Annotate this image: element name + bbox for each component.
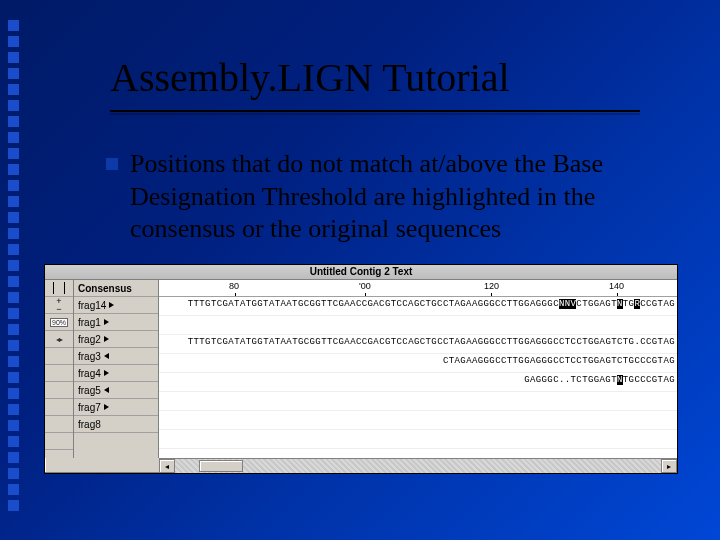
scroll-thumb[interactable]: [199, 460, 243, 472]
direction-right-icon: [104, 336, 109, 342]
ruler-tick-120: 120: [484, 281, 499, 291]
seq-frag2[interactable]: CTAGAAGGGCCTTGGAGGGCCTCCTGGAGTCTGCCCGTAG: [159, 354, 677, 373]
title-underline: [110, 110, 640, 112]
seq-frag7[interactable]: [159, 430, 677, 449]
direction-left-icon: [104, 353, 109, 359]
track-name-frag4[interactable]: frag4: [74, 365, 158, 382]
seq-frag4[interactable]: [159, 392, 677, 411]
track-name-frag8[interactable]: frag8: [74, 416, 158, 433]
seq-frag5[interactable]: [159, 411, 677, 430]
slide-title: Assembly.LIGN Tutorial: [110, 54, 510, 101]
track-name-frag1[interactable]: frag1: [74, 314, 158, 331]
ruler-tick-80: 80: [229, 281, 239, 291]
window-body: +− 90% ◂▸ Consensus frag14 frag1 frag2 f…: [45, 280, 677, 458]
slide: Assembly.LIGN Tutorial Positions that do…: [0, 0, 720, 540]
track-name-frag3[interactable]: frag3: [74, 348, 158, 365]
track-name-frag5[interactable]: frag5: [74, 382, 158, 399]
scroll-track[interactable]: [175, 459, 661, 473]
seq-consensus[interactable]: TTTGTCGATATGGTATAATGCGGTTCGAACCGACGTCCAG…: [159, 297, 677, 316]
track-name-frag2[interactable]: frag2: [74, 331, 158, 348]
track-name-frag7[interactable]: frag7: [74, 399, 158, 416]
zoom-tool-icon[interactable]: +−: [45, 297, 73, 314]
direction-right-icon: [109, 302, 114, 308]
cursor-tool-icon[interactable]: [45, 280, 73, 297]
ruler-tick-100: '00: [359, 281, 371, 291]
track-name-consensus[interactable]: Consensus: [74, 280, 158, 297]
seq-frag1[interactable]: TTTGTCGATATGGTATAATGCGGTTCGAACCGACGTCCAG…: [159, 335, 677, 354]
bullet-square-icon: [106, 158, 118, 170]
track-name-frag14[interactable]: frag14: [74, 297, 158, 314]
tool-column: +− 90% ◂▸: [45, 280, 74, 458]
scroll-right-button[interactable]: ▸: [661, 459, 677, 473]
sequence-area[interactable]: 80 '00 120 140 TTTGTCGATATGGTATAATGCGGTT…: [159, 280, 677, 458]
bullet-text: Positions that do not match at/above the…: [130, 149, 603, 243]
nav-arrows-icon[interactable]: ◂▸: [45, 331, 73, 348]
direction-left-icon: [104, 387, 109, 393]
seq-frag14[interactable]: [159, 316, 677, 335]
seq-frag3[interactable]: GAGGGC..TCTGGAGTNTGCCCGTAG: [159, 373, 677, 392]
contig-window: Untitled Contig 2 Text +− 90% ◂▸ Consens…: [44, 264, 678, 474]
scroll-left-button[interactable]: ◂: [159, 459, 175, 473]
seq-frag8[interactable]: [159, 449, 677, 458]
bullet-text-block: Positions that do not match at/above the…: [130, 148, 670, 246]
direction-right-icon: [104, 319, 109, 325]
track-names-column: Consensus frag14 frag1 frag2 frag3 frag4…: [74, 280, 159, 458]
decorative-side-squares: [8, 20, 20, 516]
mismatch-highlight: NNV: [559, 299, 576, 309]
window-titlebar: Untitled Contig 2 Text: [45, 265, 677, 280]
direction-right-icon: [104, 404, 109, 410]
position-ruler: 80 '00 120 140: [159, 280, 677, 297]
ruler-tick-140: 140: [609, 281, 624, 291]
horizontal-scrollbar[interactable]: ◂ ▸: [159, 458, 677, 473]
threshold-indicator[interactable]: 90%: [45, 314, 73, 331]
direction-right-icon: [104, 370, 109, 376]
